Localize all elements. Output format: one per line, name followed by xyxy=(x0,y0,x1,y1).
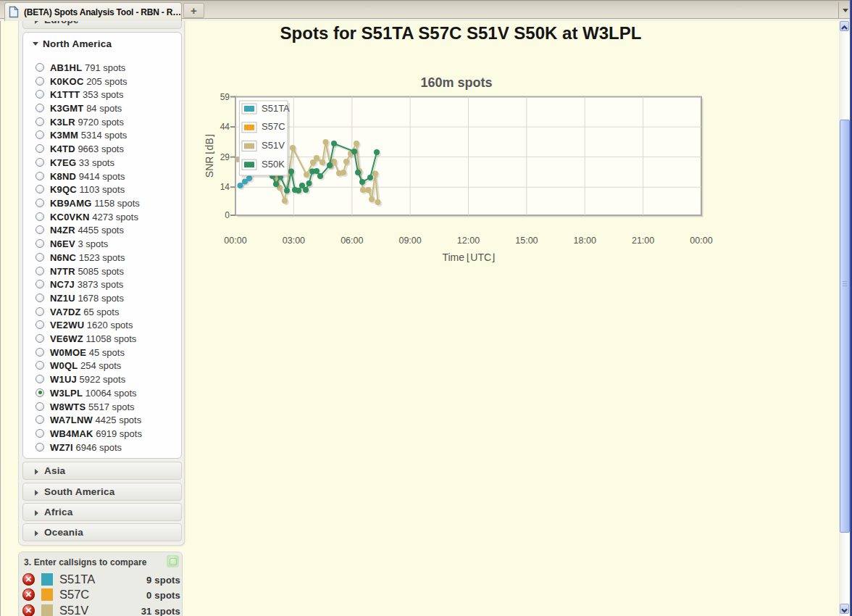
svg-text:15:00: 15:00 xyxy=(515,236,538,246)
svg-text:Time ⌊UTC⌋: Time ⌊UTC⌋ xyxy=(442,251,495,263)
svg-text:00:00: 00:00 xyxy=(224,236,246,246)
svg-text:00:00: 00:00 xyxy=(690,236,712,246)
svg-text:14: 14 xyxy=(220,182,230,192)
svg-text:S57C: S57C xyxy=(262,121,285,132)
svg-text:12:00: 12:00 xyxy=(457,236,480,246)
svg-text:09:00: 09:00 xyxy=(398,236,421,246)
svg-text:160m spots: 160m spots xyxy=(420,75,492,90)
svg-text:18:00: 18:00 xyxy=(574,236,596,246)
svg-text:0: 0 xyxy=(225,210,230,220)
svg-text:S51TA: S51TA xyxy=(262,103,290,114)
svg-text:S50K: S50K xyxy=(262,159,285,170)
svg-text:29: 29 xyxy=(220,152,230,162)
svg-text:21:00: 21:00 xyxy=(632,236,654,246)
svg-text:03:00: 03:00 xyxy=(283,236,305,246)
svg-text:59: 59 xyxy=(220,92,230,102)
svg-text:44: 44 xyxy=(220,122,230,132)
svg-text:S51V: S51V xyxy=(262,140,285,151)
svg-text:SNR ⌊dB⌋: SNR ⌊dB⌋ xyxy=(204,134,215,178)
svg-text:06:00: 06:00 xyxy=(341,236,363,246)
